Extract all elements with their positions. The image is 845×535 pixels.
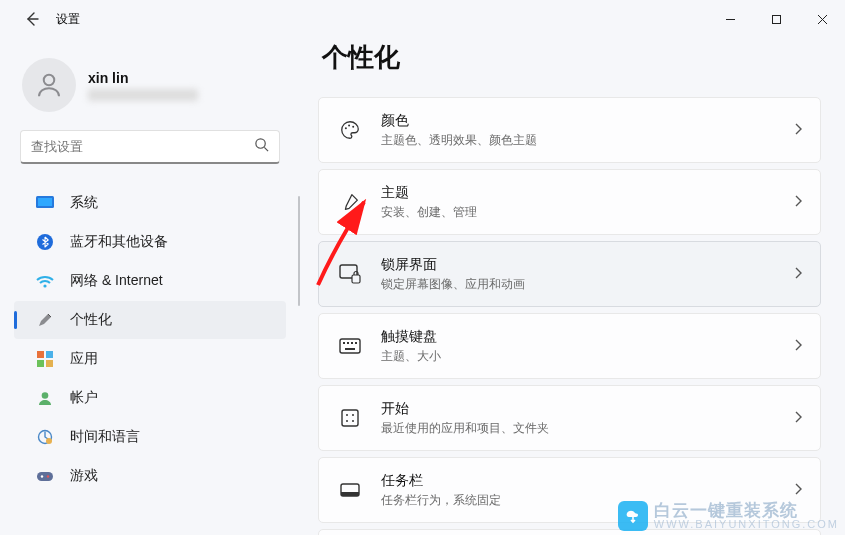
network-icon <box>36 272 54 290</box>
settings-card-list: 颜色 主题色、透明效果、颜色主题 主题 安装、创建、管理 <box>318 97 821 535</box>
chevron-right-icon <box>792 121 804 139</box>
user-block[interactable]: xin lin <box>8 46 292 130</box>
svg-rect-28 <box>342 410 358 426</box>
svg-rect-26 <box>355 342 357 344</box>
svg-point-29 <box>346 414 348 416</box>
svg-point-11 <box>42 392 49 399</box>
svg-rect-24 <box>347 342 349 344</box>
taskbar-icon <box>337 482 363 498</box>
svg-rect-34 <box>341 492 359 496</box>
apps-icon <box>36 350 54 368</box>
sidebar-item-label: 游戏 <box>70 467 98 485</box>
svg-rect-25 <box>351 342 353 344</box>
sidebar-item-apps[interactable]: 应用 <box>14 340 286 378</box>
settings-window: 设置 xin lin <box>0 0 845 535</box>
card-lockscreen[interactable]: 锁屏界面 锁定屏幕图像、应用和动画 <box>318 241 821 307</box>
svg-rect-9 <box>37 360 44 367</box>
page-title: 个性化 <box>322 40 821 75</box>
svg-point-2 <box>256 139 265 148</box>
svg-rect-21 <box>352 275 360 283</box>
sidebar-item-system[interactable]: 系统 <box>14 184 286 222</box>
search-input[interactable] <box>31 139 254 154</box>
svg-point-17 <box>345 127 347 129</box>
svg-rect-23 <box>343 342 345 344</box>
lockscreen-icon <box>337 263 363 285</box>
svg-rect-0 <box>772 15 780 23</box>
svg-point-1 <box>44 75 55 86</box>
svg-point-31 <box>346 420 348 422</box>
user-name: xin lin <box>88 70 198 86</box>
card-title: 主题 <box>381 184 792 202</box>
search-box[interactable] <box>20 130 280 164</box>
card-touch-keyboard[interactable]: 触摸键盘 主题、大小 <box>318 313 821 379</box>
card-title: 开始 <box>381 400 792 418</box>
svg-rect-22 <box>340 339 360 353</box>
avatar <box>22 58 76 112</box>
watermark-url: WWW.BAIYUNXITONG.COM <box>654 519 839 530</box>
watermark-badge-icon <box>618 501 648 531</box>
chevron-right-icon <box>792 265 804 283</box>
svg-rect-8 <box>46 351 53 358</box>
close-button[interactable] <box>799 0 845 38</box>
svg-point-6 <box>43 284 46 287</box>
time-language-icon <box>36 428 54 446</box>
person-icon <box>34 70 64 100</box>
sidebar-item-label: 应用 <box>70 350 98 368</box>
sidebar-item-label: 个性化 <box>70 311 112 329</box>
sidebar-item-personalization[interactable]: 个性化 <box>14 301 286 339</box>
brush-icon <box>337 191 363 213</box>
titlebar: 设置 <box>0 0 845 38</box>
watermark: 白云一键重装系统 WWW.BAIYUNXITONG.COM <box>618 501 839 531</box>
card-title: 颜色 <box>381 112 792 130</box>
card-subtitle: 主题、大小 <box>381 348 792 365</box>
card-themes[interactable]: 主题 安装、创建、管理 <box>318 169 821 235</box>
bluetooth-icon <box>36 233 54 251</box>
account-icon <box>36 389 54 407</box>
svg-point-15 <box>41 475 43 477</box>
svg-point-32 <box>352 420 354 422</box>
sidebar-item-label: 系统 <box>70 194 98 212</box>
card-title: 任务栏 <box>381 472 792 490</box>
nav-list: 系统 蓝牙和其他设备 网络 & Internet <box>8 184 292 495</box>
sidebar-item-label: 网络 & Internet <box>70 272 163 290</box>
minimize-icon <box>725 14 736 25</box>
user-email-blurred <box>88 89 198 101</box>
gaming-icon <box>36 467 54 485</box>
card-colors[interactable]: 颜色 主题色、透明效果、颜色主题 <box>318 97 821 163</box>
sidebar-scrollbar[interactable] <box>298 196 300 306</box>
svg-point-13 <box>46 438 52 444</box>
sidebar-item-bluetooth[interactable]: 蓝牙和其他设备 <box>14 223 286 261</box>
sidebar-item-time-language[interactable]: 时间和语言 <box>14 418 286 456</box>
card-subtitle: 主题色、透明效果、颜色主题 <box>381 132 792 149</box>
sidebar-item-network[interactable]: 网络 & Internet <box>14 262 286 300</box>
minimize-button[interactable] <box>707 0 753 38</box>
watermark-text: 白云一键重装系统 <box>654 502 839 519</box>
maximize-button[interactable] <box>753 0 799 38</box>
back-button[interactable] <box>22 9 42 29</box>
svg-point-16 <box>47 475 49 477</box>
chevron-right-icon <box>792 409 804 427</box>
sidebar-item-label: 蓝牙和其他设备 <box>70 233 168 251</box>
user-text: xin lin <box>88 70 198 101</box>
sidebar-item-gaming[interactable]: 游戏 <box>14 457 286 495</box>
close-icon <box>817 14 828 25</box>
card-title: 触摸键盘 <box>381 328 792 346</box>
keyboard-icon <box>337 337 363 355</box>
main-content: 个性化 颜色 主题色、透明效果、颜色主题 <box>300 38 845 535</box>
svg-rect-7 <box>37 351 44 358</box>
sidebar-item-accounts[interactable]: 帐户 <box>14 379 286 417</box>
personalize-icon <box>36 311 54 329</box>
card-subtitle: 锁定屏幕图像、应用和动画 <box>381 276 792 293</box>
card-title: 锁屏界面 <box>381 256 792 274</box>
svg-point-30 <box>352 414 354 416</box>
back-arrow-icon <box>24 11 40 27</box>
svg-rect-27 <box>345 348 355 350</box>
start-icon <box>337 408 363 428</box>
card-start[interactable]: 开始 最近使用的应用和项目、文件夹 <box>318 385 821 451</box>
svg-rect-10 <box>46 360 53 367</box>
sidebar-item-label: 帐户 <box>70 389 98 407</box>
chevron-right-icon <box>792 193 804 211</box>
svg-point-19 <box>352 126 354 128</box>
system-icon <box>36 194 54 212</box>
svg-point-18 <box>348 124 350 126</box>
